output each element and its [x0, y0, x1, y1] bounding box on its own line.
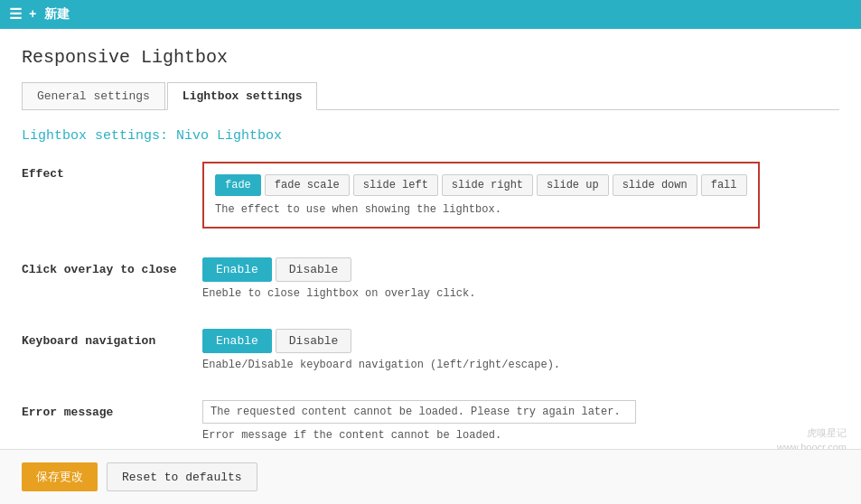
- new-button[interactable]: + 新建: [29, 6, 70, 23]
- menu-icon: ☰: [9, 5, 22, 23]
- keyboard-nav-enable[interactable]: Enable: [202, 329, 272, 353]
- keyboard-nav-disable[interactable]: Disable: [276, 329, 352, 353]
- reset-button[interactable]: Reset to defaults: [107, 462, 257, 491]
- keyboard-nav-helper: Enable/Disable keyboard navigation (left…: [202, 359, 839, 371]
- click-overlay-toggle-group: Enable Disable: [202, 257, 839, 282]
- keyboard-nav-label: Keyboard navigation: [22, 329, 202, 348]
- effect-control: fade fade scale slide left slide right s…: [202, 162, 839, 229]
- effect-slide-down[interactable]: slide down: [613, 174, 697, 196]
- error-message-row: Error message Error message if the conte…: [22, 400, 839, 451]
- error-message-control: Error message if the content cannot be l…: [202, 400, 839, 442]
- effect-slide-left[interactable]: slide left: [353, 174, 438, 196]
- error-message-label: Error message: [22, 400, 202, 419]
- effect-label: Effect: [22, 162, 202, 181]
- keyboard-nav-control: Enable Disable Enable/Disable keyboard n…: [202, 329, 839, 371]
- keyboard-nav-toggle-group: Enable Disable: [202, 329, 839, 353]
- click-overlay-label: Click overlay to close: [22, 257, 202, 276]
- bottom-bar: 保存更改 Reset to defaults: [0, 449, 861, 504]
- effect-fade[interactable]: fade: [215, 174, 261, 196]
- effect-fade-scale[interactable]: fade scale: [265, 174, 350, 196]
- topbar: ☰ + 新建: [0, 0, 861, 29]
- effect-group: fade fade scale slide left slide right s…: [202, 162, 760, 229]
- save-button[interactable]: 保存更改: [22, 462, 98, 491]
- tabs-container: General settings Lightbox settings: [22, 82, 839, 110]
- click-overlay-row: Click overlay to close Enable Disable En…: [22, 257, 839, 309]
- effect-helper: The effect to use when showing the light…: [215, 203, 747, 216]
- click-overlay-helper: Eneble to close lightbox on overlay clic…: [202, 287, 839, 300]
- watermark-line1: 虎嗅星记: [777, 426, 847, 440]
- tab-general-settings[interactable]: General settings: [22, 82, 165, 109]
- section-title: Lightbox settings: Nivo Lightbox: [22, 128, 839, 144]
- click-overlay-disable[interactable]: Disable: [276, 257, 352, 282]
- click-overlay-control: Enable Disable Eneble to close lightbox …: [202, 257, 839, 300]
- effect-slide-right[interactable]: slide right: [442, 174, 533, 196]
- main-content: Responsive Lightbox General settings Lig…: [0, 29, 861, 504]
- effect-slide-up[interactable]: slide up: [537, 174, 609, 196]
- error-message-input[interactable]: [202, 400, 636, 424]
- keyboard-nav-row: Keyboard navigation Enable Disable Enabl…: [22, 329, 839, 380]
- click-overlay-enable[interactable]: Enable: [202, 257, 272, 282]
- tab-lightbox-settings[interactable]: Lightbox settings: [167, 82, 318, 110]
- effect-row: Effect fade fade scale slide left slide …: [22, 162, 839, 238]
- page-title: Responsive Lightbox: [22, 47, 839, 68]
- effect-buttons: fade fade scale slide left slide right s…: [215, 174, 747, 196]
- effect-fall[interactable]: fall: [701, 174, 747, 196]
- error-message-helper: Error message if the content cannot be l…: [202, 429, 839, 442]
